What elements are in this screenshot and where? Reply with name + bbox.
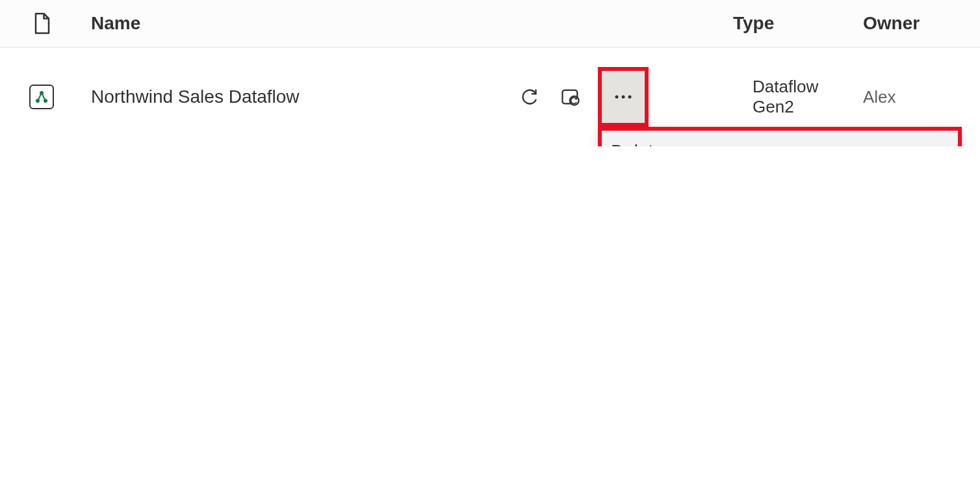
menu-item-delete[interactable]: Delete bbox=[598, 127, 962, 146]
svg-point-7 bbox=[628, 96, 632, 99]
table-row[interactable]: Northwind Sales Dataflow bbox=[0, 47, 980, 146]
header-name[interactable]: Name bbox=[91, 13, 655, 34]
header-owner[interactable]: Owner bbox=[863, 13, 980, 34]
row-name[interactable]: Northwind Sales Dataflow bbox=[91, 86, 499, 107]
svg-point-5 bbox=[615, 96, 619, 99]
refresh-button[interactable] bbox=[515, 83, 543, 111]
row-owner: Alex bbox=[863, 87, 980, 107]
more-options-button[interactable] bbox=[598, 67, 649, 127]
schedule-refresh-icon bbox=[560, 86, 581, 107]
header-icon-cell bbox=[0, 12, 91, 35]
row-icon-cell bbox=[0, 85, 91, 109]
row-type: Dataflow Gen2 bbox=[733, 77, 863, 117]
schedule-refresh-button[interactable] bbox=[556, 83, 585, 111]
file-icon bbox=[32, 12, 52, 35]
refresh-icon bbox=[520, 88, 538, 106]
row-actions: Delete Edit Export .json Properties Refr… bbox=[515, 67, 655, 127]
table-header: Name Type Owner bbox=[0, 0, 980, 47]
ellipsis-icon bbox=[614, 94, 632, 99]
dataflow-icon bbox=[29, 85, 54, 109]
header-type[interactable]: Type bbox=[733, 13, 863, 34]
context-menu: Delete Edit Export .json Properties Refr… bbox=[598, 127, 962, 146]
svg-point-6 bbox=[622, 96, 625, 99]
